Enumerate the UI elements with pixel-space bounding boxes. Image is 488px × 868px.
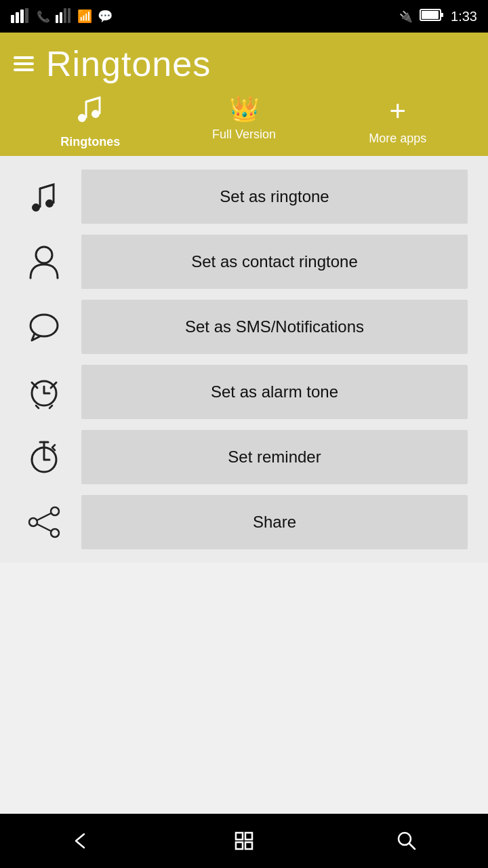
set-contact-ringtone-button[interactable]: Set as contact ringtone xyxy=(81,235,468,289)
ringtones-music-icon xyxy=(75,95,105,131)
svg-rect-5 xyxy=(60,12,62,23)
set-reminder-button[interactable]: Set reminder xyxy=(81,430,468,484)
person-icon xyxy=(20,244,68,279)
content-area: Set as ringtone Set as contact ringtone … xyxy=(0,156,488,563)
back-button[interactable] xyxy=(61,821,102,861)
svg-rect-4 xyxy=(56,15,58,23)
status-bar: 📞 📶 💬 🔌 1:33 xyxy=(0,0,488,33)
alarm-clock-icon xyxy=(20,374,68,410)
set-ringtone-label: Set as ringtone xyxy=(220,187,329,206)
time-display: 1:33 xyxy=(451,9,477,24)
search-button[interactable] xyxy=(386,821,427,861)
action-row-reminder: Set reminder xyxy=(20,430,468,484)
music-note-icon xyxy=(20,180,68,213)
app-title: Ringtones xyxy=(46,43,211,84)
set-sms-button[interactable]: Set as SMS/Notifications xyxy=(81,300,468,354)
svg-point-16 xyxy=(51,529,59,537)
message-icon: 💬 xyxy=(98,9,113,24)
battery-icon xyxy=(420,9,444,24)
svg-rect-3 xyxy=(25,8,28,23)
plus-icon: + xyxy=(389,95,406,127)
svg-rect-2 xyxy=(20,9,24,23)
action-row-share: Share xyxy=(20,495,468,549)
speech-bubble-icon xyxy=(20,311,68,343)
set-ringtone-button[interactable]: Set as ringtone xyxy=(81,170,468,224)
share-label: Share xyxy=(253,513,296,532)
action-row-sms: Set as SMS/Notifications xyxy=(20,300,468,354)
home-button[interactable] xyxy=(224,821,264,861)
svg-rect-6 xyxy=(64,8,66,23)
share-icon xyxy=(20,506,68,538)
svg-point-11 xyxy=(36,247,52,263)
set-alarm-label: Set as alarm tone xyxy=(211,382,338,401)
signal-icon xyxy=(11,8,31,25)
timer-icon xyxy=(20,439,68,475)
tab-more-apps-label: More apps xyxy=(369,132,426,146)
svg-rect-21 xyxy=(245,842,252,849)
status-bar-left: 📞 📶 💬 xyxy=(11,8,113,25)
app-header: Ringtones Ringtones 👑 Full Version + Mor… xyxy=(0,33,488,156)
tab-more-apps[interactable]: + More apps xyxy=(321,95,474,149)
charge-icon: 🔌 xyxy=(399,10,413,23)
action-row-ringtone: Set as ringtone xyxy=(20,170,468,224)
svg-rect-9 xyxy=(422,11,439,19)
header-title-row: Ringtones xyxy=(14,43,474,84)
svg-rect-7 xyxy=(68,8,70,23)
tab-ringtones-label: Ringtones xyxy=(60,135,120,149)
tab-full-version[interactable]: 👑 Full Version xyxy=(167,95,321,149)
svg-rect-0 xyxy=(11,15,14,23)
nav-tabs: Ringtones 👑 Full Version + More apps xyxy=(14,95,474,156)
svg-rect-18 xyxy=(236,833,243,840)
svg-point-17 xyxy=(29,518,37,526)
share-button[interactable]: Share xyxy=(81,495,468,549)
wifi-icon: 📶 xyxy=(77,9,92,24)
hamburger-button[interactable] xyxy=(14,56,34,71)
tab-full-version-label: Full Version xyxy=(212,127,276,142)
set-alarm-button[interactable]: Set as alarm tone xyxy=(81,365,468,419)
svg-rect-1 xyxy=(16,12,19,23)
set-sms-label: Set as SMS/Notifications xyxy=(185,317,364,336)
svg-rect-20 xyxy=(236,842,243,849)
svg-point-15 xyxy=(51,507,59,515)
crown-icon: 👑 xyxy=(229,95,260,123)
signal2-icon xyxy=(56,8,72,25)
svg-rect-10 xyxy=(441,13,443,17)
action-row-alarm: Set as alarm tone xyxy=(20,365,468,419)
bottom-nav xyxy=(0,814,488,868)
status-bar-right: 🔌 1:33 xyxy=(399,9,477,24)
tab-ringtones[interactable]: Ringtones xyxy=(14,95,167,149)
svg-rect-19 xyxy=(245,833,252,840)
set-contact-ringtone-label: Set as contact ringtone xyxy=(191,252,357,271)
action-row-contact-ringtone: Set as contact ringtone xyxy=(20,235,468,289)
phone-icon: 📞 xyxy=(37,10,50,23)
set-reminder-label: Set reminder xyxy=(228,448,321,467)
